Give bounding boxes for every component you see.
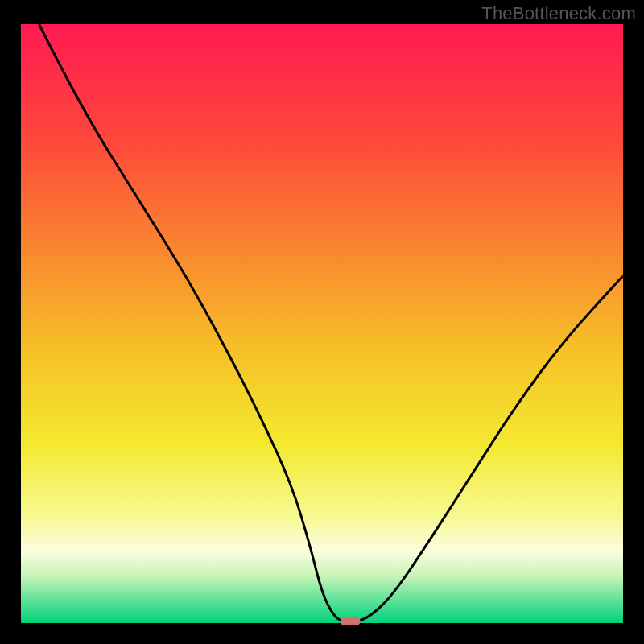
plot-background [21, 24, 623, 623]
bottleneck-chart [0, 0, 644, 644]
chart-container: TheBottleneck.com [0, 0, 644, 644]
optimal-marker [341, 617, 361, 625]
watermark-text: TheBottleneck.com [481, 3, 636, 24]
